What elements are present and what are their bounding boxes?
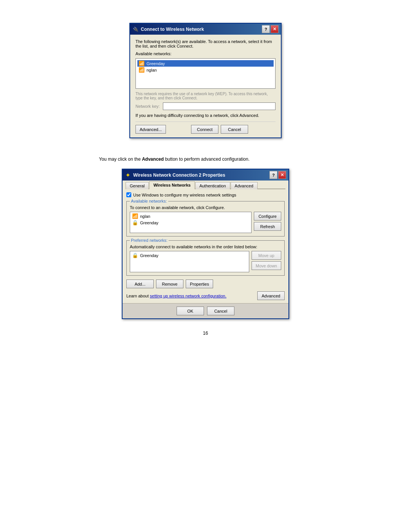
- tab-general[interactable]: General: [126, 182, 149, 189]
- dialog2-cancel-button[interactable]: Cancel: [207, 307, 234, 315]
- remove-button[interactable]: Remove: [156, 280, 183, 288]
- middle-bold: Advanced: [142, 157, 164, 162]
- dialog1-footer: Advanced... Connect Cancel: [135, 121, 276, 134]
- available-networks-list-area: 📶 nglan 🔒 Greenday Configure Refresh: [130, 212, 281, 233]
- wep-text: This network requires the use of a netwo…: [135, 92, 276, 100]
- middle-paragraph: You may click on the Advanced button to …: [99, 157, 312, 162]
- network-item-nglan[interactable]: 📶 nglan: [137, 67, 274, 73]
- move-down-button[interactable]: Move down: [252, 261, 281, 270]
- wireless-properties-dialog: ✦ Wireless Network Connection 2 Properti…: [122, 169, 289, 319]
- properties-button[interactable]: Properties: [186, 280, 213, 288]
- network-signal-icon: 📶: [139, 61, 145, 66]
- dialog1-description: The following network(s) are available. …: [135, 39, 276, 48]
- preferred-networks-inner: Automatically connect to available netwo…: [130, 244, 281, 272]
- network-key-input[interactable]: [163, 102, 276, 110]
- dialog2-footer: OK Cancel: [123, 303, 288, 318]
- tab-wireless-networks-label: Wireless Networks: [153, 183, 191, 187]
- available-networks-buttons: Configure Refresh: [254, 212, 281, 231]
- tab-advanced-label: Advanced: [235, 184, 253, 188]
- dialog2-title: Wireless Network Connection 2 Properties: [133, 173, 225, 178]
- available-networks-group-title: Available networks:: [130, 199, 168, 203]
- available-networks-hint: To connect to an available network, clic…: [130, 205, 281, 210]
- tab-panel-wireless: Use Windows to configure my wireless net…: [123, 189, 288, 303]
- ok-button[interactable]: OK: [177, 307, 204, 315]
- available-networks-label: Available networks:: [135, 51, 276, 56]
- dialog1-body: The following network(s) are available. …: [130, 35, 281, 137]
- cancel-button[interactable]: Cancel: [221, 125, 248, 134]
- advanced-hint: If you are having difficulty connecting …: [135, 113, 276, 118]
- learn-text-before: Learn about: [126, 294, 150, 298]
- network-name-greenday: Greenday: [147, 61, 165, 66]
- configure-button[interactable]: Configure: [254, 212, 281, 220]
- tab-advanced[interactable]: Advanced: [231, 182, 258, 189]
- avail-network-icon-greenday: 🔒: [132, 220, 138, 225]
- learn-link-row: Learn about setting up wireless network …: [126, 291, 285, 300]
- preferred-buttons: Move up Move down: [252, 251, 281, 270]
- dialog2-close-button[interactable]: ✕: [278, 171, 286, 179]
- avail-network-icon-nglan: 📶: [132, 213, 138, 219]
- page-number: 16: [8, 331, 403, 336]
- dialog1-titlebar: 🔌 Connect to Wireless Network ? ✕: [130, 24, 281, 35]
- preferred-networks-group: Preferred networks: Automatically connec…: [126, 240, 285, 276]
- pref-network-icon-greenday: 🔒: [132, 252, 138, 258]
- help-button[interactable]: ?: [262, 25, 270, 33]
- titlebar-buttons: ? ✕: [262, 25, 279, 33]
- avail-network-name-greenday: Greenday: [140, 220, 158, 225]
- learn-text: Learn about setting up wireless network …: [126, 294, 226, 298]
- connect-wireless-dialog: 🔌 Connect to Wireless Network ? ✕ The fo…: [129, 23, 282, 138]
- use-windows-checkbox-row: Use Windows to configure my wireless net…: [126, 192, 285, 197]
- network-signal-icon2: 📶: [139, 67, 145, 73]
- advanced-button[interactable]: Advanced...: [135, 125, 166, 134]
- preferred-networks-group-title: Preferred networks:: [130, 238, 169, 243]
- avail-network-nglan[interactable]: 📶 nglan: [131, 213, 250, 219]
- tab-authentication-label: Authentication: [199, 184, 226, 188]
- dialog1-title: Connect to Wireless Network: [141, 27, 204, 32]
- dialog2-titlebar-buttons: ? ✕: [269, 171, 286, 179]
- connect-button[interactable]: Connect: [191, 125, 218, 134]
- network-icon: 🔌: [132, 26, 139, 32]
- network-key-row: Network key:: [135, 102, 276, 110]
- dialog2-titlebar: ✦ Wireless Network Connection 2 Properti…: [123, 169, 288, 181]
- preferred-networks-list: 🔒 Greenday: [130, 251, 249, 272]
- avail-network-greenday[interactable]: 🔒 Greenday: [131, 219, 250, 226]
- network-item-greenday[interactable]: 📶 Greenday: [137, 60, 274, 67]
- available-networks-inner: To connect to an available network, clic…: [130, 205, 281, 233]
- move-up-button[interactable]: Move up: [252, 251, 281, 260]
- available-networks-list: 📶 nglan 🔒 Greenday: [130, 212, 252, 233]
- use-windows-label: Use Windows to configure my wireless net…: [133, 193, 236, 197]
- middle-text-after: button to perform advanced configuration…: [164, 157, 249, 162]
- bottom-buttons-row: Add... Remove Properties: [126, 280, 285, 288]
- learn-link[interactable]: setting up wireless network configuratio…: [150, 294, 226, 298]
- dialog2-help-button[interactable]: ?: [269, 171, 277, 179]
- pref-network-name-greenday: Greenday: [140, 253, 158, 258]
- use-windows-checkbox[interactable]: [126, 192, 131, 197]
- tab-authentication[interactable]: Authentication: [195, 182, 230, 189]
- avail-network-name-nglan: nglan: [140, 214, 150, 219]
- dialog1-titlebar-left: 🔌 Connect to Wireless Network: [132, 26, 204, 32]
- network-key-label: Network key:: [135, 104, 160, 109]
- available-networks-group: Available networks: To connect to an ava…: [126, 201, 285, 236]
- network-name-nglan: nglan: [147, 68, 157, 72]
- dialog2-advanced-button[interactable]: Advanced: [257, 291, 285, 300]
- preferred-networks-hint: Automatically connect to available netwo…: [130, 244, 281, 249]
- tab-wireless-networks[interactable]: Wireless Networks: [149, 181, 195, 189]
- tab-general-label: General: [130, 184, 145, 188]
- dialog2-titlebar-left: ✦ Wireless Network Connection 2 Properti…: [125, 172, 225, 178]
- add-button[interactable]: Add...: [126, 280, 154, 288]
- middle-text-before: You may click on the: [99, 157, 142, 162]
- available-networks-box: 📶 Greenday 📶 nglan: [135, 58, 276, 89]
- pref-network-greenday[interactable]: 🔒 Greenday: [131, 252, 248, 259]
- star-icon: ✦: [125, 172, 131, 178]
- close-button[interactable]: ✕: [271, 25, 279, 33]
- tabs-bar: General Wireless Networks Authentication…: [126, 181, 285, 189]
- preferred-networks-list-area: 🔒 Greenday Move up Move down: [130, 251, 281, 272]
- refresh-button[interactable]: Refresh: [254, 222, 281, 231]
